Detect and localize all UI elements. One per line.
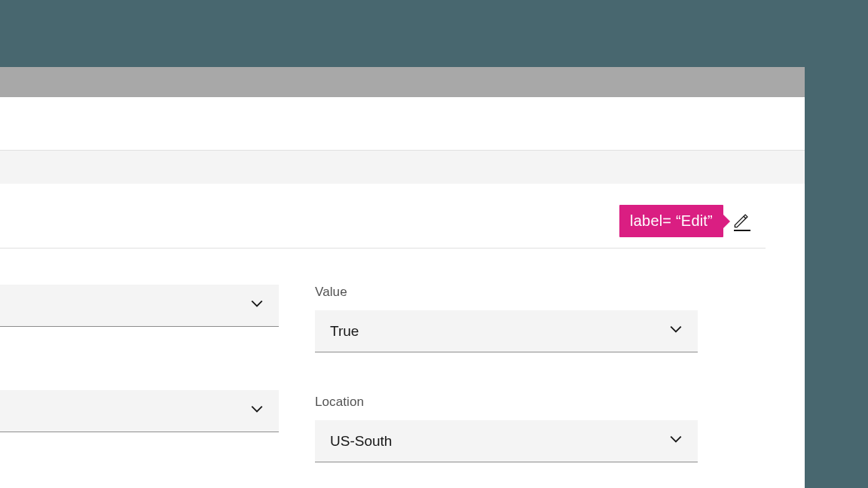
dropdown-value[interactable]: True <box>315 310 698 352</box>
edit-row: label= “Edit” <box>0 199 766 249</box>
dropdown-location[interactable]: US-South <box>315 420 698 462</box>
edit-tooltip: label= “Edit” <box>619 205 723 237</box>
form-col-right: Value True Location US-South <box>315 285 698 462</box>
dropdown-selected: US-South <box>330 433 669 450</box>
dropdown-left-2[interactable] <box>0 390 279 432</box>
form-grid: Value True Location US-South <box>0 249 766 462</box>
content-card: label= “Edit” <box>0 184 766 488</box>
field-group-value: Value True <box>315 285 698 352</box>
chevron-down-icon <box>669 322 683 340</box>
field-group-left2 <box>0 390 279 432</box>
blank-header <box>0 97 805 150</box>
field-group-location: Location US-South <box>315 395 698 462</box>
tooltip-text: label= “Edit” <box>630 212 713 229</box>
chevron-down-icon <box>250 402 264 419</box>
value-label: Value <box>315 285 698 300</box>
window-frame: label= “Edit” <box>0 67 805 488</box>
section-strip <box>0 150 805 184</box>
edit-button[interactable] <box>734 212 750 231</box>
chevron-down-icon <box>250 297 264 314</box>
field-group-left1 <box>0 285 279 327</box>
location-label: Location <box>315 395 698 410</box>
edit-icon <box>734 212 750 228</box>
form-col-left <box>0 285 279 462</box>
dropdown-selected: True <box>330 323 669 340</box>
document-area: label= “Edit” <box>0 97 805 488</box>
chevron-down-icon <box>669 432 683 450</box>
dropdown-left-1[interactable] <box>0 285 279 327</box>
